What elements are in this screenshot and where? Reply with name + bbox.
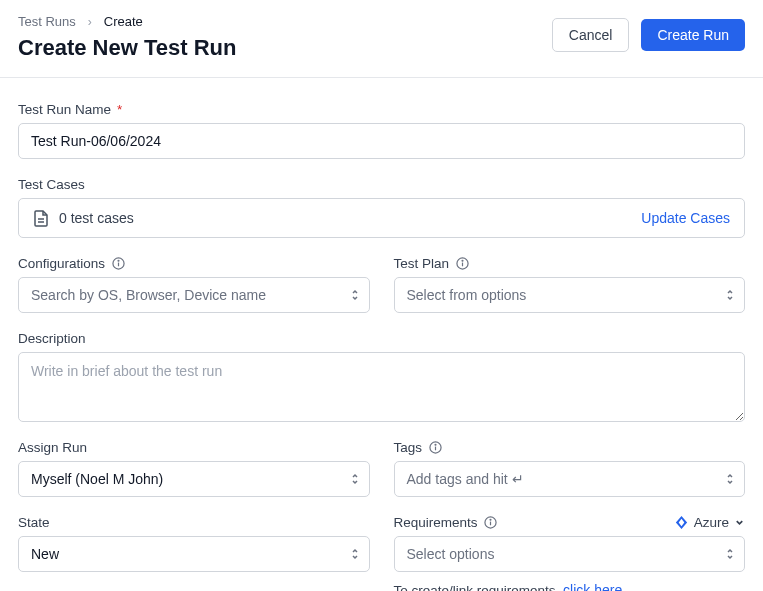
chevron-down-icon	[734, 517, 745, 528]
updown-icon	[350, 547, 360, 561]
info-icon[interactable]	[455, 257, 469, 271]
update-cases-link[interactable]: Update Cases	[641, 210, 730, 226]
test-run-name-input[interactable]	[18, 123, 745, 159]
updown-icon	[725, 472, 735, 486]
azure-icon	[674, 515, 689, 530]
requirements-select[interactable]: Select options	[394, 536, 746, 572]
name-label: Test Run Name*	[18, 102, 745, 117]
breadcrumb: Test Runs › Create	[18, 14, 236, 29]
configurations-select[interactable]: Search by OS, Browser, Device name	[18, 277, 370, 313]
info-icon[interactable]	[428, 441, 442, 455]
test-cases-box: 0 test cases Update Cases	[18, 198, 745, 238]
state-select[interactable]: New	[18, 536, 370, 572]
updown-icon	[350, 288, 360, 302]
test-cases-count: 0 test cases	[59, 210, 134, 226]
info-icon[interactable]	[484, 516, 498, 530]
integration-selector[interactable]: Azure	[674, 515, 745, 530]
assign-run-label: Assign Run	[18, 440, 370, 455]
breadcrumb-parent[interactable]: Test Runs	[18, 14, 76, 29]
requirements-label: Requirements	[394, 515, 498, 530]
updown-icon	[725, 547, 735, 561]
assign-run-select[interactable]: Myself (Noel M John)	[18, 461, 370, 497]
configurations-label: Configurations	[18, 256, 370, 271]
svg-point-10	[435, 444, 436, 445]
page-title: Create New Test Run	[18, 35, 236, 61]
info-icon[interactable]	[111, 257, 125, 271]
svg-point-7	[462, 260, 463, 261]
updown-icon	[350, 472, 360, 486]
tags-input[interactable]: Add tags and hit ↵	[394, 461, 746, 497]
test-plan-select[interactable]: Select from options	[394, 277, 746, 313]
description-textarea[interactable]	[18, 352, 745, 422]
cancel-button[interactable]: Cancel	[552, 18, 630, 52]
test-cases-label: Test Cases	[18, 177, 745, 192]
requirements-helper: To create/link requirements, click here	[394, 582, 746, 591]
breadcrumb-current: Create	[104, 14, 143, 29]
create-run-button[interactable]: Create Run	[641, 19, 745, 51]
integration-name: Azure	[694, 515, 729, 530]
test-plan-label: Test Plan	[394, 256, 746, 271]
updown-icon	[725, 288, 735, 302]
chevron-right-icon: ›	[88, 15, 92, 29]
svg-point-4	[118, 260, 119, 261]
svg-point-13	[490, 519, 491, 520]
tags-label: Tags	[394, 440, 746, 455]
document-icon	[33, 209, 49, 227]
description-label: Description	[18, 331, 745, 346]
state-label: State	[18, 515, 370, 530]
requirements-helper-link[interactable]: click here	[563, 582, 622, 591]
